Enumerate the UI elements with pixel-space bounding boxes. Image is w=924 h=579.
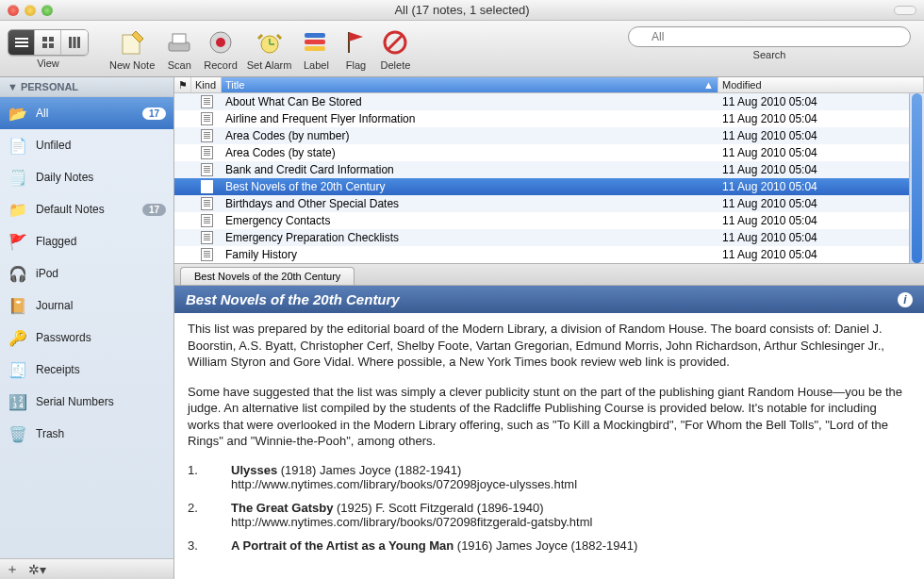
delete-group[interactable]: Delete — [380, 27, 410, 71]
scrollbar-thumb[interactable] — [912, 93, 922, 263]
toolbar-toggle-pill[interactable] — [894, 6, 916, 15]
sidebar-item-serial-numbers[interactable]: 🔢 Serial Numbers — [0, 386, 173, 418]
note-row-title: Best Novels of the 20th Century — [222, 180, 718, 193]
alarm-icon — [255, 27, 285, 58]
column-header: ⚑ Kind Title▲ Modified — [174, 77, 924, 93]
sidebar-item-label: Passwords — [36, 331, 166, 344]
sidebar-item-icon: 🎧 — [8, 263, 28, 284]
new-note-group[interactable]: New Note — [109, 27, 155, 71]
sidebar-item-flagged[interactable]: 🚩 Flagged — [0, 225, 173, 257]
scan-label: Scan — [168, 59, 191, 71]
note-row[interactable]: Best Novels of the 20th Century 11 Aug 2… — [174, 178, 924, 195]
flag-group[interactable]: Flag — [340, 27, 371, 71]
sidebar-item-label: Trash — [36, 427, 166, 440]
note-row[interactable]: About What Can Be Stored 11 Aug 2010 05:… — [174, 93, 924, 110]
svg-rect-6 — [49, 43, 54, 48]
sidebar-item-journal[interactable]: 📔 Journal — [0, 290, 173, 322]
sidebar-section-header[interactable]: ▼ PERSONAL — [0, 77, 173, 97]
sidebar-item-label: All — [36, 107, 142, 120]
sidebar-item-default-notes[interactable]: 📁 Default Notes 17 — [0, 193, 173, 225]
svg-rect-4 — [49, 37, 54, 41]
sidebar-item-badge: 17 — [142, 108, 166, 120]
action-menu-button[interactable]: ✲▾ — [28, 562, 46, 577]
new-note-icon — [117, 27, 147, 58]
view-grid-button[interactable] — [35, 30, 61, 55]
alarm-group[interactable]: Set Alarm — [247, 27, 292, 71]
sidebar-item-passwords[interactable]: 🔑 Passwords — [0, 322, 173, 354]
note-row[interactable]: Family History 11 Aug 2010 05:04 — [174, 246, 924, 263]
svg-rect-18 — [305, 33, 325, 38]
document-icon — [201, 163, 213, 176]
svg-rect-8 — [74, 37, 76, 48]
label-group[interactable]: Label — [301, 27, 331, 71]
entry-number: 3. — [188, 538, 231, 553]
note-content[interactable]: This list was prepared by the editorial … — [174, 313, 924, 579]
note-row-modified: 11 Aug 2010 05:04 — [718, 95, 924, 108]
sidebar-item-all[interactable]: 📂 All 17 — [0, 97, 173, 129]
col-modified[interactable]: Modified — [718, 77, 924, 92]
sidebar-items: 📂 All 17📄 Unfiled 🗒️ Daily Notes 📁 Defau… — [0, 97, 173, 558]
note-row[interactable]: Area Codes (by number) 11 Aug 2010 05:04 — [174, 127, 924, 144]
entry-number: 2. — [188, 501, 231, 529]
document-icon — [201, 248, 213, 261]
note-row[interactable]: Birthdays and Other Special Dates 11 Aug… — [174, 195, 924, 212]
sidebar-item-icon: 🔢 — [8, 391, 28, 412]
entry-link[interactable]: http://www.nytimes.com/library/books/072… — [231, 477, 577, 491]
sidebar-item-trash[interactable]: 🗑️ Trash — [0, 418, 173, 450]
note-row[interactable]: Emergency Preparation Checklists 11 Aug … — [174, 229, 924, 246]
view-column-button[interactable] — [61, 30, 88, 55]
entry-title: The Great Gatsby — [231, 501, 333, 515]
note-row-title: Area Codes (by number) — [222, 129, 718, 142]
sidebar-item-unfiled[interactable]: 📄 Unfiled — [0, 129, 173, 161]
label-icon — [301, 27, 331, 58]
note-row[interactable]: Area Codes (by state) 11 Aug 2010 05:04 — [174, 144, 924, 161]
col-flag[interactable]: ⚑ — [174, 77, 191, 92]
note-row[interactable]: Bank and Credit Card Information 11 Aug … — [174, 161, 924, 178]
alarm-label: Set Alarm — [247, 59, 292, 71]
svg-rect-0 — [15, 38, 28, 40]
svg-line-23 — [388, 36, 402, 49]
note-row[interactable]: Airline and Frequent Flyer Information 1… — [174, 110, 924, 127]
document-icon — [201, 129, 213, 142]
entry-link[interactable]: http://www.nytimes.com/library/books/072… — [231, 515, 592, 529]
label-label: Label — [304, 59, 329, 71]
note-row-modified: 11 Aug 2010 05:04 — [718, 231, 924, 244]
note-row-modified: 11 Aug 2010 05:04 — [718, 146, 924, 159]
view-list-button[interactable] — [8, 30, 35, 55]
svg-rect-2 — [15, 45, 28, 47]
scan-group[interactable]: Scan — [164, 27, 194, 71]
note-row-title: Area Codes (by state) — [222, 146, 718, 159]
sidebar-item-label: iPod — [36, 267, 166, 280]
note-row[interactable]: Emergency Contacts 11 Aug 2010 05:04 — [174, 212, 924, 229]
sidebar-item-icon: 📔 — [8, 295, 28, 316]
note-row-modified: 11 Aug 2010 05:04 — [718, 129, 924, 142]
entry-number: 1. — [188, 463, 231, 491]
note-tab[interactable]: Best Novels of the 20th Century — [180, 267, 355, 285]
note-row-modified: 11 Aug 2010 05:04 — [718, 180, 924, 193]
svg-rect-19 — [305, 40, 325, 44]
note-list[interactable]: About What Can Be Stored 11 Aug 2010 05:… — [174, 93, 924, 263]
list-entry: 2. The Great Gatsby (1925) F. Scott Fitz… — [188, 501, 911, 529]
delete-label: Delete — [381, 59, 411, 71]
col-title[interactable]: Title▲ — [222, 77, 718, 92]
sidebar-item-label: Receipts — [36, 363, 166, 376]
record-group[interactable]: Record — [204, 27, 237, 71]
sidebar-item-ipod[interactable]: 🎧 iPod — [0, 257, 173, 290]
document-icon — [201, 180, 213, 193]
entry-title: A Portrait of the Artist as a Young Man — [231, 538, 454, 553]
document-icon — [201, 197, 213, 210]
sidebar: ▼ PERSONAL 📂 All 17📄 Unfiled 🗒️ Daily No… — [0, 77, 174, 579]
note-row-modified: 11 Aug 2010 05:04 — [718, 112, 924, 125]
list-entry: 3. A Portrait of the Artist as a Young M… — [188, 538, 911, 553]
note-row-title: Bank and Credit Card Information — [222, 163, 718, 176]
note-row-title: Emergency Contacts — [222, 214, 718, 227]
sidebar-item-daily-notes[interactable]: 🗒️ Daily Notes — [0, 161, 173, 193]
col-kind[interactable]: Kind — [191, 77, 222, 92]
note-row-modified: 11 Aug 2010 05:04 — [718, 197, 924, 210]
search-input[interactable] — [628, 26, 911, 47]
sidebar-item-receipts[interactable]: 🧾 Receipts — [0, 354, 173, 386]
note-row-title: Emergency Preparation Checklists — [222, 231, 718, 244]
info-icon[interactable]: i — [898, 292, 913, 307]
svg-rect-7 — [69, 37, 72, 48]
add-button[interactable]: ＋ — [6, 561, 19, 578]
